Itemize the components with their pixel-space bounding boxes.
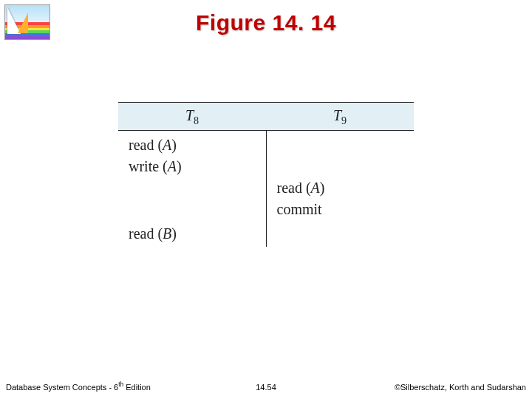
t9-op: commit — [266, 198, 414, 219]
t8-op: write (A) — [118, 155, 266, 177]
t9-op — [266, 222, 414, 244]
t8-op — [118, 177, 266, 198]
slide: Figure 14. 14 T8 T9 read (A) — [0, 0, 532, 399]
col-header-t9: T9 — [266, 103, 414, 131]
t9-op — [266, 155, 414, 177]
t8-op — [118, 198, 266, 219]
schedule-table: T8 T9 read (A) write (A) — [118, 102, 414, 247]
footer-page-number: 14.54 — [256, 383, 276, 392]
slide-title: Figure 14. 14 — [0, 10, 532, 35]
table-row: write (A) — [118, 155, 414, 177]
t8-op: read (B) — [118, 222, 266, 244]
t9-op — [266, 134, 414, 155]
t9-op: read (A) — [266, 177, 414, 198]
schedule-figure: T8 T9 read (A) write (A) — [118, 102, 414, 247]
footer-copyright: ©Silberschatz, Korth and Sudarshan — [395, 383, 526, 392]
footer-left: Database System Concepts - 6th Edition — [6, 381, 151, 392]
t8-op: read (A) — [118, 134, 266, 155]
table-row: read (A) — [118, 134, 414, 155]
col-header-t8: T8 — [118, 103, 266, 131]
table-row: read (A) — [118, 177, 414, 198]
table-row: read (B) — [118, 222, 414, 244]
table-row: commit — [118, 198, 414, 219]
